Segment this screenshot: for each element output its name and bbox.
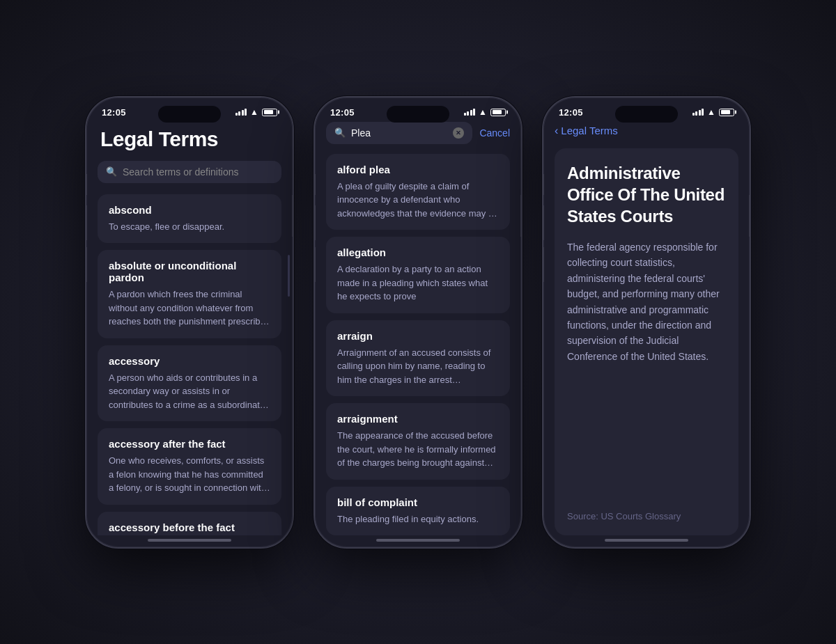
detail-title: Administrative Office Of The United Stat… bbox=[567, 162, 726, 228]
home-indicator bbox=[605, 539, 688, 542]
dynamic-island bbox=[615, 106, 678, 123]
term-desc: The appearance of the accused before the… bbox=[337, 429, 499, 470]
term-card-accessory[interactable]: accessory A person who aids or contribut… bbox=[98, 345, 281, 422]
clear-search-button[interactable]: ✕ bbox=[453, 127, 464, 139]
battery-icon bbox=[262, 109, 277, 116]
term-title: abscond bbox=[109, 204, 270, 216]
wifi-icon: ▲ bbox=[707, 107, 715, 117]
home-indicator bbox=[148, 539, 231, 542]
term-card-abscond[interactable]: abscond To escape, flee or disappear. bbox=[98, 194, 281, 244]
terms-list: abscond To escape, flee or disappear. ab… bbox=[98, 194, 281, 535]
app-title: Legal Terms bbox=[98, 122, 281, 161]
wifi-icon: ▲ bbox=[479, 107, 487, 117]
term-desc: A declaration by a party to an action ma… bbox=[337, 262, 499, 304]
term-title: accessory after the fact bbox=[109, 438, 270, 450]
volume-down-button bbox=[85, 247, 87, 282]
phone-3-screen: ‹ Legal Terms Administrative Office Of T… bbox=[543, 122, 750, 535]
term-title: bill of complaint bbox=[337, 496, 499, 508]
result-card-bill-of-complaint[interactable]: bill of complaint The pleading filed in … bbox=[326, 487, 510, 535]
phone-3: 12:05 ▲ ‹ Legal Terms bbox=[542, 96, 751, 549]
search-active-input[interactable]: 🔍 Plea ✕ bbox=[326, 122, 472, 144]
term-desc: To escape, flee or disappear. bbox=[109, 220, 270, 234]
signal-icon bbox=[464, 109, 476, 116]
back-chevron-icon: ‹ bbox=[555, 125, 558, 137]
search-results-list: alford plea A plea of guilty despite a c… bbox=[326, 154, 510, 535]
term-title: allegation bbox=[337, 246, 499, 258]
search-query: Plea bbox=[351, 127, 447, 139]
volume-down-button bbox=[542, 247, 544, 282]
term-title: arraignment bbox=[337, 413, 499, 425]
detail-content: Administrative Office Of The United Stat… bbox=[567, 162, 726, 365]
scroll-indicator bbox=[288, 255, 290, 297]
phone-1-screen: Legal Terms 🔍 Search terms or definition… bbox=[86, 122, 293, 535]
back-label: Legal Terms bbox=[561, 125, 617, 136]
status-icons: ▲ bbox=[464, 107, 506, 117]
term-card-accessory-after[interactable]: accessory after the fact One who receive… bbox=[98, 428, 281, 505]
term-desc: One who receives, comforts, or assists a… bbox=[109, 454, 270, 495]
detail-card: Administrative Office Of The United Stat… bbox=[555, 148, 738, 535]
battery-icon bbox=[490, 109, 506, 116]
term-desc: Arraignment of an accused consists of ca… bbox=[337, 346, 499, 387]
home-indicator bbox=[376, 539, 460, 542]
wifi-icon: ▲ bbox=[250, 107, 258, 117]
status-time: 12:05 bbox=[102, 107, 126, 118]
dynamic-island bbox=[158, 106, 221, 123]
status-icons: ▲ bbox=[235, 107, 277, 117]
phones-container: 12:05 ▲ Legal Terms 🔍 Search terms or de… bbox=[57, 68, 779, 576]
term-title: accessory bbox=[109, 355, 270, 367]
cancel-button[interactable]: Cancel bbox=[479, 127, 510, 139]
power-button bbox=[520, 195, 522, 237]
status-time: 12:05 bbox=[330, 107, 355, 118]
power-button bbox=[749, 195, 751, 237]
signal-icon bbox=[692, 109, 704, 116]
volume-up-button bbox=[542, 205, 544, 240]
term-desc: The pleading filed in equity actions. bbox=[337, 512, 499, 526]
dynamic-island bbox=[387, 106, 449, 123]
phone-2-screen: 🔍 Plea ✕ Cancel alford plea A plea of gu… bbox=[315, 122, 521, 535]
search-bar[interactable]: 🔍 Search terms or definitions bbox=[98, 161, 281, 183]
term-title: arraign bbox=[337, 330, 499, 342]
result-card-allegation[interactable]: allegation A declaration by a party to a… bbox=[326, 237, 510, 313]
mute-button bbox=[314, 174, 316, 195]
battery-icon bbox=[719, 109, 734, 116]
term-card-accessory-before[interactable]: accessory before the fact bbox=[98, 512, 281, 535]
term-desc: A person who aids or contributes in a se… bbox=[109, 371, 270, 412]
volume-down-button bbox=[314, 247, 316, 282]
detail-desc: The federal agency responsible for colle… bbox=[567, 239, 726, 364]
signal-icon bbox=[235, 109, 247, 116]
term-title: alford plea bbox=[337, 164, 499, 175]
term-title: accessory before the fact bbox=[109, 521, 270, 533]
volume-up-button bbox=[85, 205, 87, 240]
search-placeholder: Search terms or definitions bbox=[123, 166, 239, 178]
term-desc: A pardon which frees the criminal withou… bbox=[109, 288, 270, 329]
power-button bbox=[292, 195, 294, 237]
result-card-alford-plea[interactable]: alford plea A plea of guilty despite a c… bbox=[326, 154, 510, 230]
search-active-bar: 🔍 Plea ✕ Cancel bbox=[326, 122, 510, 144]
term-desc: A plea of guilty despite a claim of inno… bbox=[337, 180, 499, 221]
mute-button bbox=[85, 174, 87, 195]
phone-1: 12:05 ▲ Legal Terms 🔍 Search terms or de… bbox=[85, 96, 294, 549]
term-title: absolute or unconditional pardon bbox=[109, 260, 270, 283]
mute-button bbox=[542, 174, 544, 195]
volume-up-button bbox=[314, 205, 316, 240]
status-icons: ▲ bbox=[692, 107, 734, 117]
term-card-pardon[interactable]: absolute or unconditional pardon A pardo… bbox=[98, 250, 281, 338]
result-card-arraignment[interactable]: arraignment The appearance of the accuse… bbox=[326, 403, 510, 480]
search-icon: 🔍 bbox=[106, 166, 117, 177]
back-nav[interactable]: ‹ Legal Terms bbox=[555, 122, 738, 137]
result-card-arraign[interactable]: arraign Arraignment of an accused consis… bbox=[326, 320, 510, 397]
phone-2: 12:05 ▲ 🔍 Plea ✕ bbox=[314, 96, 522, 549]
search-icon: 🔍 bbox=[334, 127, 346, 138]
detail-source: Source: US Courts Glossary bbox=[567, 511, 726, 521]
status-time: 12:05 bbox=[559, 107, 583, 118]
